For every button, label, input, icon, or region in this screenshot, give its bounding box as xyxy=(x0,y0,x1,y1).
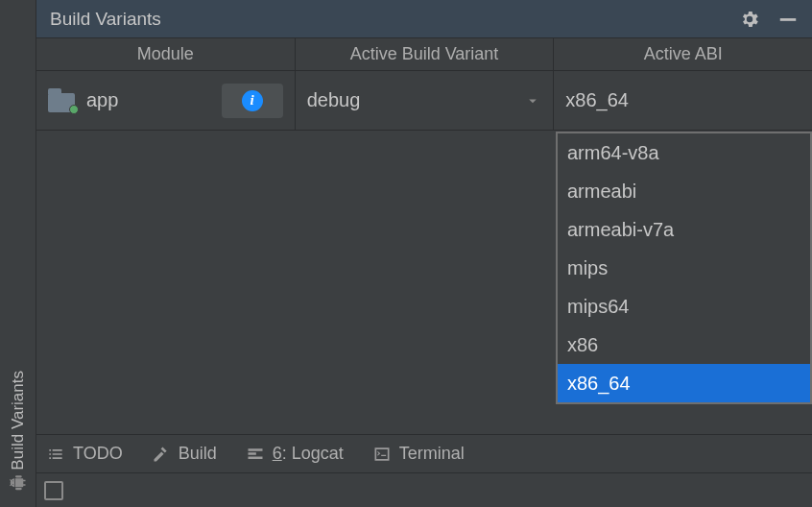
variant-value: debug xyxy=(307,89,361,111)
abi-cell[interactable]: x86_64 xyxy=(554,71,812,130)
status-bar: TODO Build 6: Logcat Terminal xyxy=(36,434,812,472)
status-build[interactable]: Build xyxy=(152,444,217,464)
hammer-icon xyxy=(152,445,171,464)
module-cell[interactable]: app i xyxy=(36,71,296,130)
footer-bar xyxy=(36,472,812,507)
table-row: app i debug x86_64 xyxy=(36,71,812,131)
abi-option[interactable]: mips64 xyxy=(558,287,810,326)
status-terminal[interactable]: Terminal xyxy=(372,444,465,464)
column-header-module[interactable]: Module xyxy=(36,38,296,70)
status-logcat[interactable]: 6: Logcat xyxy=(246,444,344,464)
gear-icon xyxy=(739,9,760,30)
column-header-abi[interactable]: Active ABI xyxy=(554,38,812,70)
status-todo-label: TODO xyxy=(73,444,123,464)
abi-dropdown-popup: arm64-v8aarmeabiarmeabi-v7amipsmips64x86… xyxy=(556,132,812,404)
tool-stripe: Build Variants xyxy=(0,0,36,507)
abi-option[interactable]: mips xyxy=(558,249,810,287)
svg-rect-0 xyxy=(780,18,797,21)
logcat-icon xyxy=(246,445,265,464)
tool-stripe-label: Build Variants xyxy=(9,371,28,471)
abi-option[interactable]: armeabi xyxy=(558,172,810,210)
status-terminal-label: Terminal xyxy=(399,444,465,464)
variant-cell[interactable]: debug xyxy=(296,71,555,130)
settings-button[interactable] xyxy=(739,9,760,30)
minimize-icon xyxy=(777,9,799,30)
module-folder-icon xyxy=(48,89,77,112)
panel-title: Build Variants xyxy=(50,9,161,30)
column-headers: Module Active Build Variant Active ABI xyxy=(36,38,812,71)
status-todo[interactable]: TODO xyxy=(46,444,123,464)
column-header-variant[interactable]: Active Build Variant xyxy=(296,38,555,70)
abi-value: x86_64 xyxy=(565,89,629,111)
abi-option[interactable]: arm64-v8a xyxy=(558,133,810,172)
status-logcat-label: 6: Logcat xyxy=(273,444,344,464)
panel-titlebar: Build Variants xyxy=(36,0,812,38)
chevron-down-icon xyxy=(524,92,541,109)
abi-option[interactable]: x86_64 xyxy=(558,364,810,402)
panel-body: app i debug x86_64 arm64-v8aarme xyxy=(36,71,812,434)
module-info-button[interactable]: i xyxy=(222,84,283,118)
tool-window-toggle[interactable] xyxy=(44,481,63,500)
list-icon xyxy=(46,445,65,464)
hide-button[interactable] xyxy=(777,9,799,30)
android-icon xyxy=(10,474,27,492)
status-build-label: Build xyxy=(179,444,217,464)
terminal-icon xyxy=(372,445,392,464)
tool-stripe-build-variants[interactable]: Build Variants xyxy=(9,363,28,499)
abi-option[interactable]: x86 xyxy=(558,326,810,364)
info-icon: i xyxy=(242,90,263,111)
abi-option[interactable]: armeabi-v7a xyxy=(558,210,810,249)
module-name: app xyxy=(86,89,118,111)
